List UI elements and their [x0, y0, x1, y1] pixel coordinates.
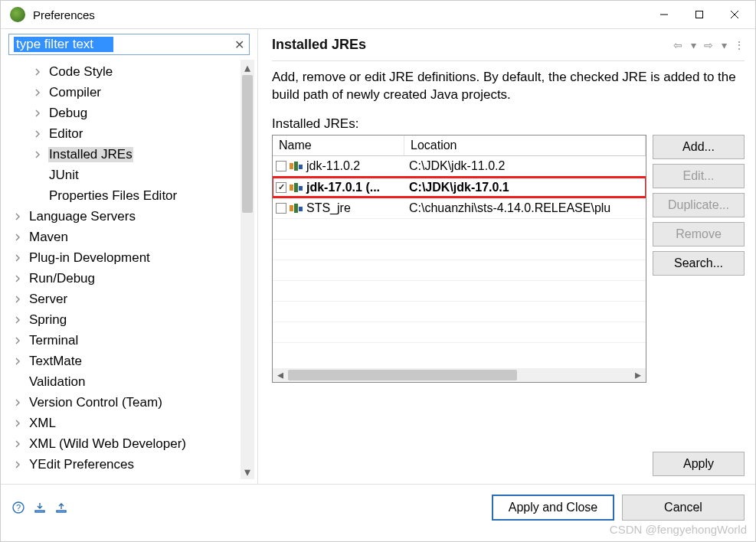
chevron-right-icon[interactable]: [11, 211, 24, 223]
back-menu-icon[interactable]: ▾: [688, 39, 699, 51]
tree-item-label: Language Servers: [28, 209, 136, 224]
back-icon[interactable]: ⇦: [673, 39, 683, 51]
svg-rect-5: [294, 162, 298, 171]
tree-item[interactable]: Maven: [4, 227, 241, 247]
chevron-right-icon[interactable]: [11, 417, 24, 429]
tree-item-label: Installed JREs: [48, 147, 133, 162]
chevron-right-icon[interactable]: [31, 87, 44, 99]
chevron-right-icon[interactable]: [11, 335, 24, 347]
edit-button[interactable]: Edit...: [653, 164, 745, 188]
tree-item-label: Debug: [48, 106, 88, 121]
page-header: Installed JREs ⇦ ▾ ⇨ ▾ ⋮: [272, 37, 745, 61]
forward-menu-icon[interactable]: ▾: [718, 39, 729, 51]
scroll-up-icon[interactable]: ▴: [242, 61, 253, 73]
cancel-button[interactable]: Cancel: [622, 495, 745, 521]
apply-button[interactable]: Apply: [653, 452, 745, 476]
table-row[interactable]: ✓jdk-17.0.1 (...C:\JDK\jdk-17.0.1: [273, 177, 646, 198]
help-icon[interactable]: ?: [11, 501, 25, 514]
view-menu-icon[interactable]: ⋮: [734, 39, 745, 51]
checkbox[interactable]: [276, 161, 286, 171]
jre-icon: [290, 161, 303, 171]
left-panel: ✕ Code StyleCompilerDebugEditorInstalled…: [1, 29, 258, 484]
tree-item[interactable]: Properties Files Editor: [4, 185, 241, 206]
chevron-right-icon[interactable]: [11, 293, 24, 305]
tree-item[interactable]: Code Style: [4, 61, 241, 82]
clear-filter-icon[interactable]: ✕: [234, 38, 244, 52]
tree-item[interactable]: Validation: [4, 371, 241, 392]
tree-item[interactable]: XML (Wild Web Developer): [4, 433, 241, 454]
chevron-right-icon[interactable]: [31, 66, 44, 78]
table-scrollbar-h[interactable]: ◂ ▸: [273, 368, 646, 382]
svg-rect-6: [299, 165, 303, 169]
tree-scrollbar[interactable]: ▴ ▾: [241, 60, 254, 479]
tree-item-label: Editor: [48, 126, 83, 142]
chevron-right-icon[interactable]: [31, 107, 44, 119]
apply-and-close-button[interactable]: Apply and Close: [492, 495, 614, 521]
forward-icon[interactable]: ⇨: [703, 39, 714, 51]
filter-box[interactable]: ✕: [8, 34, 250, 55]
column-location[interactable]: Location: [404, 136, 646, 155]
chevron-right-icon[interactable]: [11, 459, 24, 471]
chevron-right-icon[interactable]: [31, 128, 44, 140]
table-body[interactable]: jdk-11.0.2C:\JDK\jdk-11.0.2✓jdk-17.0.1 (…: [273, 156, 646, 368]
tree-item-label: Compiler: [48, 85, 102, 100]
minimize-button[interactable]: [646, 2, 682, 27]
tree-item-label: Properties Files Editor: [48, 188, 178, 204]
tree-item[interactable]: YEdit Preferences: [4, 454, 241, 475]
scroll-thumb-h[interactable]: [288, 370, 517, 380]
table-row[interactable]: jdk-11.0.2C:\JDK\jdk-11.0.2: [273, 156, 646, 177]
chevron-right-icon[interactable]: [11, 252, 24, 264]
scroll-left-icon[interactable]: ◂: [274, 370, 286, 380]
tree-item[interactable]: Language Servers: [4, 206, 241, 227]
remove-button[interactable]: Remove: [653, 222, 745, 247]
preferences-tree[interactable]: Code StyleCompilerDebugEditorInstalled J…: [4, 60, 241, 479]
checkbox[interactable]: ✓: [276, 182, 286, 193]
tree-item[interactable]: TextMate: [4, 351, 241, 371]
chevron-right-icon[interactable]: [11, 314, 24, 326]
scroll-down-icon[interactable]: ▾: [242, 465, 253, 478]
chevron-right-icon[interactable]: [31, 149, 44, 161]
tree-item[interactable]: XML: [4, 413, 241, 433]
svg-rect-7: [290, 184, 293, 191]
chevron-right-icon[interactable]: [11, 397, 24, 409]
tree-item[interactable]: Installed JREs: [4, 144, 241, 165]
tree-item[interactable]: Server: [4, 289, 241, 309]
search-button[interactable]: Search...: [653, 251, 745, 276]
checkbox[interactable]: [276, 203, 286, 214]
tree-item[interactable]: Spring: [4, 309, 241, 330]
column-name[interactable]: Name: [273, 136, 404, 155]
tree-item[interactable]: JUnit: [4, 165, 241, 185]
jre-table[interactable]: Name Location jdk-11.0.2C:\JDK\jdk-11.0.…: [272, 135, 646, 383]
table-row[interactable]: STS_jreC:\chuanzhi\sts-4.14.0.RELEASE\pl…: [273, 198, 646, 218]
jre-name: STS_jre: [306, 201, 351, 215]
tree-item[interactable]: Terminal: [4, 330, 241, 351]
tree-item[interactable]: Run/Debug: [4, 268, 241, 289]
svg-rect-10: [290, 205, 293, 211]
import-icon[interactable]: [33, 501, 47, 514]
footer: ? Apply and Close Cancel: [1, 485, 755, 531]
chevron-right-icon[interactable]: [11, 231, 24, 243]
page-title: Installed JREs: [272, 37, 673, 53]
maximize-button[interactable]: [682, 2, 717, 27]
scroll-thumb[interactable]: [242, 75, 253, 213]
chevron-right-icon[interactable]: [11, 438, 24, 450]
export-icon[interactable]: [54, 501, 68, 514]
cell-location: C:\JDK\jdk-11.0.2: [404, 159, 646, 173]
svg-rect-8: [294, 183, 298, 192]
tree-item[interactable]: Plug-in Development: [4, 247, 241, 268]
tree-item[interactable]: Compiler: [4, 82, 241, 103]
scroll-right-icon[interactable]: ▸: [632, 370, 644, 380]
right-panel: Installed JREs ⇦ ▾ ⇨ ▾ ⋮ Add, remove or …: [258, 29, 755, 484]
duplicate-button[interactable]: Duplicate...: [653, 193, 745, 217]
close-button[interactable]: [717, 2, 752, 27]
table-row-empty: [273, 322, 646, 342]
svg-rect-4: [290, 163, 293, 169]
chevron-right-icon[interactable]: [11, 273, 24, 285]
filter-input[interactable]: [14, 37, 113, 52]
chevron-right-icon[interactable]: [11, 355, 24, 367]
add-button[interactable]: Add...: [653, 135, 745, 159]
tree-item[interactable]: Editor: [4, 123, 241, 144]
tree-item[interactable]: Debug: [4, 103, 241, 123]
tree-item-label: Terminal: [28, 333, 79, 348]
tree-item[interactable]: Version Control (Team): [4, 392, 241, 413]
